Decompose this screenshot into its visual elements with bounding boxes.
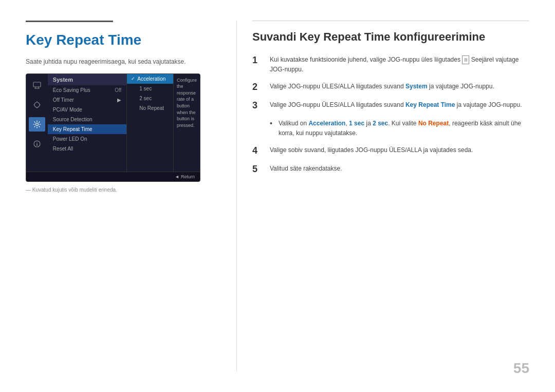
svg-rect-0 xyxy=(33,82,41,87)
menu-item-eco: Eco Saving Plus Off xyxy=(48,85,126,95)
right-column: Suvandi Key Repeat Time konfigureerimine… xyxy=(252,21,529,371)
step-number-5: 5 xyxy=(252,164,264,175)
image-note: — Kuvatud kujutis võib mudeliti erineda. xyxy=(26,187,206,193)
subtitle-text: Saate juhtida nupu reageerimisaega, kui … xyxy=(26,58,206,65)
step-text-4: Valige sobiv suvand, liigutades JOG-nupp… xyxy=(270,145,529,155)
system-highlight: System xyxy=(405,83,428,90)
menu-item-pcav: PC/AV Mode xyxy=(48,105,126,115)
tooltip-text: Configure the response rate of a button … xyxy=(177,77,197,129)
step-number-1: 1 xyxy=(252,55,264,66)
step-1: 1 Kui kuvatakse funktsioonide juhend, va… xyxy=(252,55,529,74)
bullet-text: Valikud on Acceleration, 1 sec ja 2 sec.… xyxy=(279,119,529,138)
return-button: ◄ Return xyxy=(175,174,195,179)
1sec-highlight: 1 sec xyxy=(349,120,364,127)
jog-icon: ||| xyxy=(462,55,469,64)
step-number-2: 2 xyxy=(252,82,264,93)
submenu-norepeat: No Repeat xyxy=(127,103,173,113)
steps-list: 1 Kui kuvatakse funktsioonide juhend, va… xyxy=(252,55,529,175)
norepeat-highlight: No Repeat xyxy=(418,120,449,127)
osd-bottom-bar: ◄ Return xyxy=(26,172,200,181)
keyrepeat-highlight: Key Repeat Time xyxy=(405,101,455,108)
step-text-2: Valige JOG-nuppu ÜLES/ALLA liigutades su… xyxy=(270,82,529,91)
menu-item-source: Source Detection xyxy=(48,115,126,124)
page-title: Key Repeat Time xyxy=(26,31,206,49)
submenu-2sec: 2 sec xyxy=(127,94,173,103)
section-title: Suvandi Key Repeat Time konfigureerimine xyxy=(252,30,529,44)
svg-point-12 xyxy=(36,141,38,142)
menu-item-offtimer: Off Timer ▶ xyxy=(48,95,126,105)
bullet-item: • Valikud on Acceleration, 1 sec ja 2 se… xyxy=(252,119,529,138)
icon-bar xyxy=(26,74,48,172)
top-line-left xyxy=(26,21,113,22)
2sec-highlight: 2 sec xyxy=(373,120,388,127)
menu-item-resetall: Reset All xyxy=(48,144,126,154)
menu-header: System xyxy=(48,74,126,85)
top-line-right xyxy=(252,21,529,21)
step-2: 2 Valige JOG-nuppu ÜLES/ALLA liigutades … xyxy=(252,82,529,93)
step-5: 5 Valitud säte rakendatakse. xyxy=(252,164,529,175)
settings-icon xyxy=(29,117,45,132)
step-3: 3 Valige JOG-nuppu ÜLES/ALLA liigutades … xyxy=(252,100,529,111)
monitor-screenshot: System Eco Saving Plus Off Off Timer ▶ P… xyxy=(26,73,200,182)
step-text-3: Valige JOG-nuppu ÜLES/ALLA liigutades su… xyxy=(270,100,529,110)
acceleration-highlight: Acceleration xyxy=(308,120,345,127)
info-icon xyxy=(29,137,45,151)
page-number: 55 xyxy=(513,360,529,377)
left-column: Key Repeat Time Saate juhtida nupu reage… xyxy=(26,21,221,371)
adjust-icon xyxy=(29,98,45,112)
step-number-3: 3 xyxy=(252,100,264,111)
svg-point-9 xyxy=(35,123,38,125)
step-text-1: Kui kuvatakse funktsioonide juhend, vali… xyxy=(270,55,529,74)
svg-point-4 xyxy=(34,102,40,107)
menu-item-keyrepeat: Key Repeat Time xyxy=(48,124,126,134)
step-text-5: Valitud säte rakendatakse. xyxy=(270,164,529,174)
monitor-icon xyxy=(29,78,45,92)
submenu-1sec: 1 sec xyxy=(127,84,173,94)
submenu-acceleration: ✓ Acceleration xyxy=(127,74,173,84)
tooltip-panel: Configure the response rate of a button … xyxy=(173,74,200,172)
column-divider xyxy=(236,21,237,371)
menu-item-powerled: Power LED On xyxy=(48,134,126,144)
step-4: 4 Valige sobiv suvand, liigutades JOG-nu… xyxy=(252,145,529,157)
submenu-panel: ✓ Acceleration 1 sec 2 sec No Repeat xyxy=(127,74,173,172)
main-menu-panel: System Eco Saving Plus Off Off Timer ▶ P… xyxy=(48,74,127,172)
bullet-dot: • xyxy=(270,119,272,138)
step-number-4: 4 xyxy=(252,145,264,157)
